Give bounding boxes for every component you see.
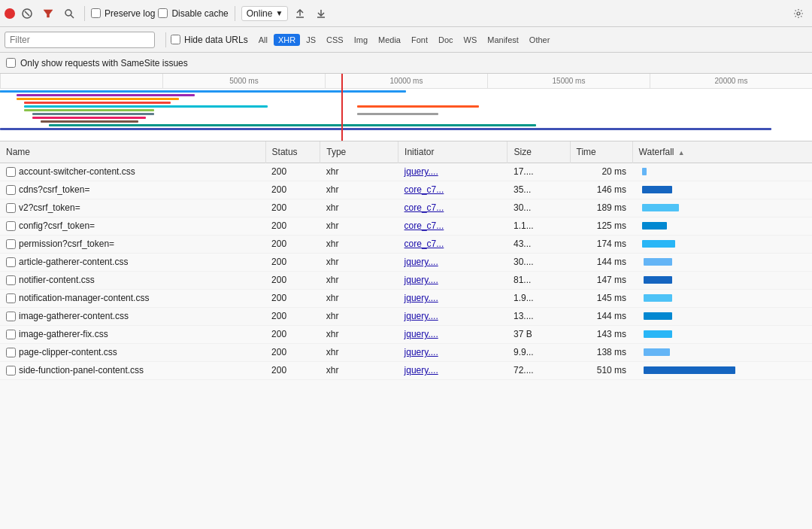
- cell-name-9: image-gatherer-fix.css: [0, 325, 265, 343]
- search-button[interactable]: [60, 5, 78, 23]
- table-row[interactable]: image-gatherer-content.css200xhrjquery..…: [0, 307, 812, 325]
- cell-status-6: 200: [265, 271, 320, 289]
- timeline-tick-4: 20000 ms: [650, 74, 812, 88]
- row-checkbox-6[interactable]: [6, 275, 16, 285]
- samesite-checkbox[interactable]: [6, 58, 16, 68]
- cell-name-11: side-function-panel-content.css: [0, 361, 265, 379]
- initiator-link-7[interactable]: jquery....: [404, 293, 438, 303]
- filter-type-css[interactable]: CSS: [322, 34, 348, 46]
- table-row[interactable]: article-gatherer-content.css200xhrjquery…: [0, 253, 812, 271]
- table-row[interactable]: image-gatherer-fix.css200xhrjquery....37…: [0, 325, 812, 343]
- row-checkbox-7[interactable]: [6, 293, 16, 303]
- row-checkbox-8[interactable]: [6, 312, 16, 321]
- row-checkbox-10[interactable]: [6, 348, 16, 357]
- wf-fill-9: [644, 330, 672, 338]
- row-name-text-11: side-function-panel-content.css: [19, 365, 144, 375]
- hide-data-urls-label[interactable]: Hide data URLs: [171, 35, 248, 45]
- cell-size-5: 30....: [508, 253, 570, 271]
- initiator-link-1[interactable]: core_c7...: [404, 184, 444, 195]
- filter-type-js[interactable]: JS: [301, 34, 320, 46]
- filter-type-manifest[interactable]: Manifest: [483, 34, 523, 46]
- preserve-log-checkbox[interactable]: [91, 8, 101, 18]
- record-button[interactable]: [5, 8, 15, 19]
- cell-type-0: xhr: [320, 163, 398, 181]
- clear-button[interactable]: [18, 5, 36, 23]
- table-row[interactable]: notification-manager-content.css200xhrjq…: [0, 289, 812, 307]
- row-checkbox-11[interactable]: [6, 366, 16, 375]
- timeline-bar-9: [41, 120, 138, 123]
- table-row[interactable]: notifier-content.css200xhrjquery....81..…: [0, 271, 812, 289]
- waterfall-bar-7: [638, 290, 806, 307]
- initiator-link-0[interactable]: jquery....: [404, 166, 438, 177]
- wf-fill-10: [644, 348, 671, 356]
- import-button[interactable]: [291, 5, 309, 23]
- cell-waterfall-10: [632, 343, 812, 361]
- filter-type-ws[interactable]: WS: [459, 34, 482, 46]
- col-header-type[interactable]: Type: [320, 141, 398, 163]
- preserve-log-label[interactable]: Preserve log: [91, 8, 155, 19]
- table-row[interactable]: v2?csrf_token=200xhrcore_c7...30...189 m…: [0, 199, 812, 217]
- network-throttle-select[interactable]: Online ▼: [241, 6, 289, 21]
- hide-data-urls-checkbox[interactable]: [171, 35, 180, 44]
- timeline-tick-3: 15000 ms: [487, 74, 650, 88]
- filter-input[interactable]: [10, 35, 150, 45]
- table-row[interactable]: cdns?csrf_token=200xhrcore_c7...35...146…: [0, 181, 812, 199]
- row-checkbox-5[interactable]: [6, 257, 16, 267]
- row-name-text-4: permission?csrf_token=: [19, 239, 114, 249]
- initiator-link-9[interactable]: jquery....: [404, 329, 438, 339]
- col-header-initiator[interactable]: Initiator: [398, 141, 508, 163]
- settings-button[interactable]: [789, 5, 807, 23]
- col-header-size[interactable]: Size: [508, 141, 570, 163]
- initiator-link-5[interactable]: jquery....: [404, 257, 438, 267]
- row-checkbox-0[interactable]: [6, 167, 16, 177]
- preserve-log-text: Preserve log: [105, 8, 155, 19]
- row-name-text-9: image-gatherer-fix.css: [19, 329, 108, 339]
- initiator-link-2[interactable]: core_c7...: [404, 202, 444, 213]
- cell-initiator-1: core_c7...: [398, 181, 508, 199]
- cell-status-4: 200: [265, 235, 320, 253]
- initiator-link-4[interactable]: core_c7...: [404, 239, 444, 249]
- col-header-waterfall[interactable]: Waterfall ▲: [632, 141, 812, 163]
- waterfall-bar-2: [638, 199, 806, 217]
- table-row[interactable]: config?csrf_token=200xhrcore_c7...1.1...…: [0, 217, 812, 235]
- filter-type-xhr[interactable]: XHR: [274, 34, 300, 46]
- disable-cache-checkbox[interactable]: [158, 8, 168, 18]
- filter-type-media[interactable]: Media: [374, 34, 405, 46]
- col-header-time[interactable]: Time: [570, 141, 632, 163]
- filter-button[interactable]: [39, 5, 57, 23]
- table-row[interactable]: page-clipper-content.css200xhrjquery....…: [0, 343, 812, 361]
- row-checkbox-4[interactable]: [6, 239, 16, 249]
- col-header-name[interactable]: Name: [0, 141, 265, 163]
- export-button[interactable]: [312, 5, 330, 23]
- table-row[interactable]: account-switcher-content.css200xhrjquery…: [0, 163, 812, 181]
- cell-time-8: 144 ms: [570, 307, 632, 325]
- initiator-link-8[interactable]: jquery....: [404, 311, 438, 321]
- row-checkbox-9[interactable]: [6, 330, 16, 339]
- cell-initiator-11: jquery....: [398, 361, 508, 379]
- row-checkbox-2[interactable]: [6, 203, 16, 213]
- table-row[interactable]: side-function-panel-content.css200xhrjqu…: [0, 361, 812, 379]
- filter-type-other[interactable]: Other: [525, 34, 555, 46]
- row-checkbox-1[interactable]: [6, 185, 16, 195]
- col-header-status[interactable]: Status: [265, 141, 320, 163]
- table-row[interactable]: permission?csrf_token=200xhrcore_c7...43…: [0, 235, 812, 253]
- row-checkbox-3[interactable]: [6, 221, 16, 231]
- waterfall-bar-5: [638, 254, 806, 271]
- disable-cache-label[interactable]: Disable cache: [158, 8, 228, 19]
- initiator-link-6[interactable]: jquery....: [404, 275, 438, 285]
- timeline-bar-8: [32, 117, 146, 119]
- cell-name-4: permission?csrf_token=: [0, 235, 265, 253]
- filter-type-font[interactable]: Font: [407, 34, 432, 46]
- initiator-link-10[interactable]: jquery....: [404, 347, 438, 357]
- filter-type-all[interactable]: All: [254, 34, 272, 46]
- cell-size-6: 81...: [508, 271, 570, 289]
- cell-type-10: xhr: [320, 343, 398, 361]
- timeline-tick-1: 5000 ms: [162, 74, 325, 88]
- initiator-link-3[interactable]: core_c7...: [404, 220, 444, 231]
- filter-type-img[interactable]: Img: [350, 34, 372, 46]
- filter-type-doc[interactable]: Doc: [434, 34, 458, 46]
- cell-waterfall-9: [632, 325, 812, 343]
- cell-status-8: 200: [265, 307, 320, 325]
- row-name-text-7: notification-manager-content.css: [19, 293, 149, 303]
- initiator-link-11[interactable]: jquery....: [404, 365, 438, 375]
